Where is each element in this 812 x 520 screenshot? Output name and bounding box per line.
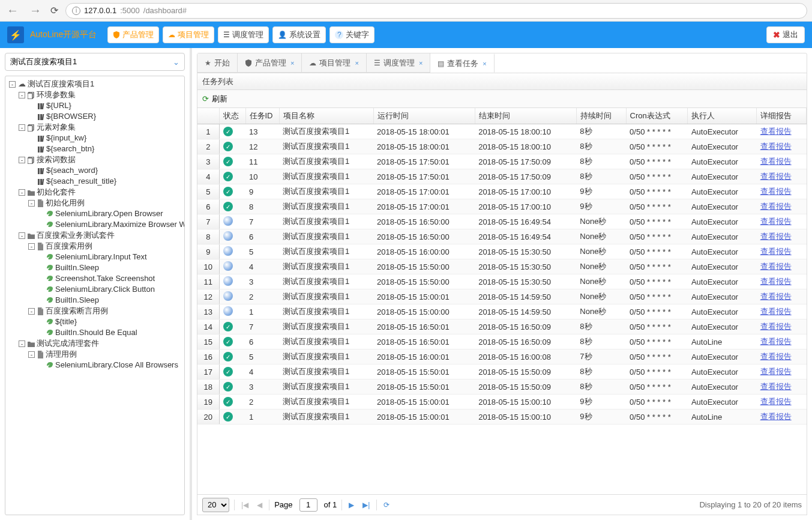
col-header[interactable]: Cron表达式 [626,108,688,124]
tree-node[interactable]: -百度搜索用例 [8,241,182,252]
tree-node[interactable]: ${BROWSER} [8,111,182,122]
table-row[interactable]: 104测试百度搜索项目12018-05-15 15:50:002018-05-1… [197,259,807,274]
pager-next-button[interactable]: ▶ [347,501,356,509]
table-row[interactable]: 14✓7测试百度搜索项目12018-05-15 16:50:012018-05-… [197,319,807,334]
table-row[interactable]: 1✓13测试百度搜索项目12018-05-15 18:00:012018-05-… [197,124,807,139]
pager-first-button[interactable]: |◀ [239,501,250,509]
header-project-button[interactable]: ☁项目管理 [163,26,214,43]
view-report-link[interactable]: 查看报告 [760,382,792,391]
tree-node[interactable]: -元素对象集 [8,122,182,133]
tree-node[interactable]: -百度搜索断言用例 [8,306,182,316]
tree-toggle[interactable]: - [19,189,25,196]
tree-node[interactable]: ${title} [8,316,182,327]
tab-调度管理[interactable]: ☰调度管理× [367,53,430,73]
tree-toggle[interactable]: - [28,351,35,358]
col-header[interactable]: 任务ID [245,108,279,124]
table-row[interactable]: 86测试百度搜索项目12018-05-15 16:50:002018-05-15… [197,229,807,244]
table-row[interactable]: 16✓5测试百度搜索项目12018-05-15 16:00:012018-05-… [197,349,807,364]
view-report-link[interactable]: 查看报告 [760,352,792,361]
col-header[interactable]: 状态 [219,108,245,124]
tree-node[interactable]: ${seach_word} [8,165,182,176]
tree-node[interactable]: -清理用例 [8,349,182,360]
table-row[interactable]: 2✓12测试百度搜索项目12018-05-15 18:00:012018-05-… [197,139,807,154]
view-report-link[interactable]: 查看报告 [760,337,792,346]
view-report-link[interactable]: 查看报告 [760,232,792,241]
view-report-link[interactable]: 查看报告 [760,367,792,376]
table-row[interactable]: 19✓2测试百度搜索项目12018-05-15 15:00:012018-05-… [197,395,807,410]
tree-node[interactable]: ${seach_result_title} [8,176,182,187]
tree-node[interactable]: -初始化套件 [8,187,182,198]
tree-node[interactable]: -百度搜索业务测试套件 [8,230,182,241]
tree-node[interactable]: SeleniumLibrary.Maximize Browser Wii [8,219,182,230]
col-header[interactable]: 运行时间 [373,108,475,124]
tree-node[interactable]: BuiltIn.Should Be Equal [8,327,182,338]
table-row[interactable]: 20✓1测试百度搜索项目12018-05-15 15:00:012018-05-… [197,410,807,425]
view-report-link[interactable]: 查看报告 [760,397,792,406]
pager-refresh-button[interactable]: ⟳ [382,501,391,509]
view-report-link[interactable]: 查看报告 [760,292,792,301]
grid-wrap[interactable]: 状态任务ID项目名称运行时间结束时间持续时间Cron表达式执行人详细报告 1✓1… [197,108,807,495]
view-report-link[interactable]: 查看报告 [760,247,792,256]
refresh-label[interactable]: 刷新 [212,94,227,104]
view-report-link[interactable]: 查看报告 [760,262,792,271]
back-button[interactable]: ← [5,4,20,17]
table-row[interactable]: 122测试百度搜索项目12018-05-15 15:00:012018-05-1… [197,289,807,304]
view-report-link[interactable]: 查看报告 [760,142,792,151]
header-schedule-button[interactable]: ☰调度管理 [218,26,269,43]
url-bar[interactable]: i 127.0.0.1:5000/dashboard# [65,3,807,19]
view-report-link[interactable]: 查看报告 [760,202,792,211]
tab-项目管理[interactable]: ☁项目管理× [302,53,366,73]
header-keyword-button[interactable]: ?关键字 [329,26,374,43]
view-report-link[interactable]: 查看报告 [760,157,792,166]
tree-toggle[interactable]: - [19,232,25,239]
tab-查看任务[interactable]: ▤查看任务× [430,53,494,73]
page-size-select[interactable]: 20 [202,498,229,512]
tree-node[interactable]: SeleniumLibrary.Input Text [8,252,182,262]
header-system-button[interactable]: 👤系统设置 [272,26,326,43]
tab-close-icon[interactable]: × [290,59,294,67]
tab-close-icon[interactable]: × [419,59,423,67]
tree-node[interactable]: Screenshot.Take Screenshot [8,273,182,284]
tree-node[interactable]: ${URL} [8,100,182,111]
col-header[interactable]: 持续时间 [576,108,626,124]
tab-close-icon[interactable]: × [355,59,358,67]
view-report-link[interactable]: 查看报告 [760,217,792,226]
table-row[interactable]: 113测试百度搜索项目12018-05-15 15:50:002018-05-1… [197,274,807,289]
project-tree[interactable]: -☁测试百度搜索项目1-环境参数集${URL}${BROWSER}-元素对象集$… [5,76,185,515]
tree-toggle[interactable]: - [19,340,25,347]
tree-toggle[interactable]: - [28,243,35,250]
tree-node[interactable]: SeleniumLibrary.Close All Browsers [8,360,182,370]
tree-toggle[interactable]: - [28,308,35,315]
header-product-button[interactable]: 产品管理 [107,26,159,43]
view-report-link[interactable]: 查看报告 [760,127,792,136]
tree-node[interactable]: BuiltIn.Sleep [8,262,182,273]
tree-toggle[interactable]: - [19,92,25,98]
reload-button[interactable]: ⟳ [50,5,58,16]
tree-node[interactable]: -☁测试百度搜索项目1 [8,79,182,89]
table-row[interactable]: 77测试百度搜索项目12018-05-15 16:50:002018-05-15… [197,214,807,229]
forward-button[interactable]: → [28,4,43,17]
tab-产品管理[interactable]: 产品管理× [238,53,302,73]
tab-close-icon[interactable]: × [483,60,486,67]
table-row[interactable]: 3✓11测试百度搜索项目12018-05-15 17:50:012018-05-… [197,154,807,169]
view-report-link[interactable]: 查看报告 [760,277,792,286]
tree-node[interactable]: ${search_btn} [8,144,182,154]
table-row[interactable]: 6✓8测试百度搜索项目12018-05-15 17:00:012018-05-1… [197,199,807,214]
tree-node[interactable]: -环境参数集 [8,89,182,100]
tab-开始[interactable]: ★开始 [197,53,238,73]
tree-node[interactable]: -初始化用例 [8,198,182,208]
col-header[interactable]: 详细报告 [757,108,807,124]
col-header[interactable] [197,108,219,124]
tree-node[interactable]: BuiltIn.Sleep [8,295,182,306]
view-report-link[interactable]: 查看报告 [760,187,792,196]
view-report-link[interactable]: 查看报告 [760,172,792,181]
tree-node[interactable]: ${input_kw} [8,133,182,144]
tree-toggle[interactable]: - [9,81,16,88]
tree-node[interactable]: SeleniumLibrary.Click Button [8,284,182,295]
tree-node[interactable]: -测试完成清理套件 [8,338,182,349]
table-row[interactable]: 95测试百度搜索项目12018-05-15 16:00:002018-05-15… [197,244,807,259]
tree-node[interactable]: -搜索词数据 [8,154,182,165]
exit-button[interactable]: ✖退出 [766,26,805,43]
col-header[interactable]: 项目名称 [279,108,373,124]
col-header[interactable]: 结束时间 [475,108,576,124]
